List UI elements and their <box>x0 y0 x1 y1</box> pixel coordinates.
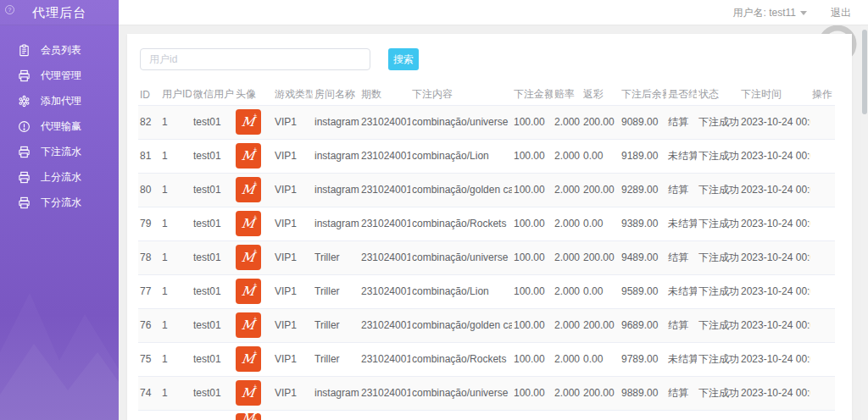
table-row: 741test01M+VIP1instagram231024001combina… <box>138 376 835 410</box>
mountain-background <box>0 234 119 420</box>
printer-icon <box>18 69 31 82</box>
cell-status: 下注成功 <box>697 173 739 207</box>
sidebar-item-0[interactable]: 会员列表 <box>0 37 119 63</box>
user-dropdown[interactable]: 用户名: test11 <box>733 6 807 20</box>
cell-bet_content: combinação/universe <box>410 105 512 139</box>
cell-settled: 未结算 <box>666 274 697 308</box>
cell-bet_amount: 100.00 <box>512 342 553 376</box>
cell-id: 76 <box>138 308 160 342</box>
avatar-cell: M+ <box>234 376 273 410</box>
cell-bet_amount: 100.00 <box>512 173 553 207</box>
cell-wechat_name: test01 <box>192 308 234 342</box>
scrollbar-thumb[interactable] <box>862 30 867 114</box>
cell-period: 231024001 <box>359 342 410 376</box>
cell-bet_time: 2023-10-24 00:01:54 <box>739 139 810 173</box>
column-header: 下注内容 <box>410 85 512 105</box>
sidebar-item-3[interactable]: 代理输赢 <box>0 113 119 139</box>
cell-wechat_name: test01 <box>192 139 234 173</box>
search-input[interactable] <box>140 48 370 70</box>
cell-bet_time: 2023-10-24 00:00:27 <box>739 376 810 410</box>
sidebar-item-label: 添加代理 <box>41 94 81 108</box>
gear-icon <box>18 95 31 108</box>
cell-settled: 结算 <box>666 240 697 274</box>
cell-action <box>810 342 835 376</box>
cell-status: 下注成功 <box>697 308 739 342</box>
table-row-partial: M+ <box>138 410 835 420</box>
cell-bet_time: 2023-10-24 00:01:54 <box>739 105 810 139</box>
cell-user_id: 1 <box>160 308 192 342</box>
chevron-down-icon <box>800 11 807 15</box>
cell-payout: 0.00 <box>581 207 620 240</box>
cell-balance_after: 9189.00 <box>620 139 666 173</box>
cell-game_type: VIP1 <box>273 173 313 207</box>
sidebar-item-label: 下注流水 <box>41 145 81 159</box>
cell-room_name: Triller <box>313 274 359 308</box>
cell-bet_amount <box>512 410 553 420</box>
cell-action <box>810 240 835 274</box>
cell-wechat_name <box>192 410 234 420</box>
cell-user_id: 1 <box>160 173 192 207</box>
cell-payout: 0.00 <box>581 139 620 173</box>
column-header: 下注时间 <box>739 85 810 105</box>
cell-period: 231024001 <box>359 173 410 207</box>
cell-odds: 2.000 <box>553 240 581 274</box>
cell-bet_amount: 100.00 <box>512 274 553 308</box>
sidebar-item-1[interactable]: 代理管理 <box>0 63 119 88</box>
column-header: 操作 <box>810 85 835 105</box>
sidebar-item-label: 上分流水 <box>41 170 81 185</box>
sidebar: 代理后台 会员列表代理管理添加代理代理输赢下注流水上分流水下分流水 <box>0 0 119 420</box>
cell-action <box>810 139 835 173</box>
cell-period <box>359 410 410 420</box>
cell-bet_time: 2023-10-24 00:01:54 <box>739 207 810 240</box>
cell-settled: 结算 <box>666 105 697 139</box>
cell-id: 75 <box>138 342 160 376</box>
sidebar-item-2[interactable]: 添加代理 <box>0 88 119 113</box>
cell-balance_after: 9589.00 <box>620 274 666 308</box>
search-button[interactable]: 搜索 <box>388 48 419 70</box>
info-circle-icon <box>18 120 31 133</box>
cell-payout: 200.00 <box>581 308 620 342</box>
cell-status: 下注成功 <box>697 342 739 376</box>
sidebar-item-4[interactable]: 下注流水 <box>0 139 119 164</box>
sidebar-item-6[interactable]: 下分流水 <box>0 190 119 215</box>
printer-icon <box>18 196 31 209</box>
cell-room_name: Triller <box>313 240 359 274</box>
cell-period: 231024001 <box>359 376 410 410</box>
mi-avatar: M+ <box>236 279 261 304</box>
cell-game_type: VIP1 <box>273 342 313 376</box>
mi-avatar: M+ <box>236 380 261 406</box>
scrollbar[interactable] <box>861 25 868 420</box>
cell-user_id: 1 <box>160 139 192 173</box>
cell-status: 下注成功 <box>697 240 739 274</box>
avatar-cell: M+ <box>234 139 273 173</box>
sidebar-item-5[interactable]: 上分流水 <box>0 164 119 190</box>
table-row: 771test01M+VIP1Triller231024001combinaçã… <box>138 274 835 308</box>
column-header: 下注后余额 <box>620 85 666 105</box>
cell-bet_amount: 100.00 <box>512 308 553 342</box>
cell-payout: 0.00 <box>581 274 620 308</box>
cell-action <box>810 376 835 410</box>
cell-room_name: Triller <box>313 342 359 376</box>
cell-bet_time: 2023-10-24 00:00:35 <box>739 308 810 342</box>
cell-action <box>810 105 835 139</box>
sidebar-item-label: 下分流水 <box>41 196 81 210</box>
cell-bet_content: combinação/golden car <box>410 308 512 342</box>
cell-bet_amount: 100.00 <box>512 105 553 139</box>
column-header: 头像 <box>234 85 273 105</box>
mi-avatar: M+ <box>236 109 261 135</box>
cell-settled: 未结算 <box>666 342 697 376</box>
cell-status: 下注成功 <box>697 274 739 308</box>
logout-button[interactable]: 退出 <box>831 6 851 20</box>
cell-settled: 结算 <box>666 376 697 410</box>
cell-settled: 未结算 <box>666 207 697 240</box>
circle-icon[interactable]: ? <box>5 5 14 14</box>
cell-status: 下注成功 <box>697 105 739 139</box>
cell-period: 231024001 <box>359 207 410 240</box>
cell-bet_content: combinação/universe <box>410 240 512 274</box>
mi-avatar: M+ <box>236 312 261 338</box>
table-row: 781test01M+VIP1Triller231024001combinaçã… <box>138 240 835 274</box>
cell-room_name <box>313 410 359 420</box>
cell-balance_after <box>620 410 666 420</box>
cell-room_name: instagram <box>313 207 359 240</box>
column-header: 返彩 <box>581 85 620 105</box>
